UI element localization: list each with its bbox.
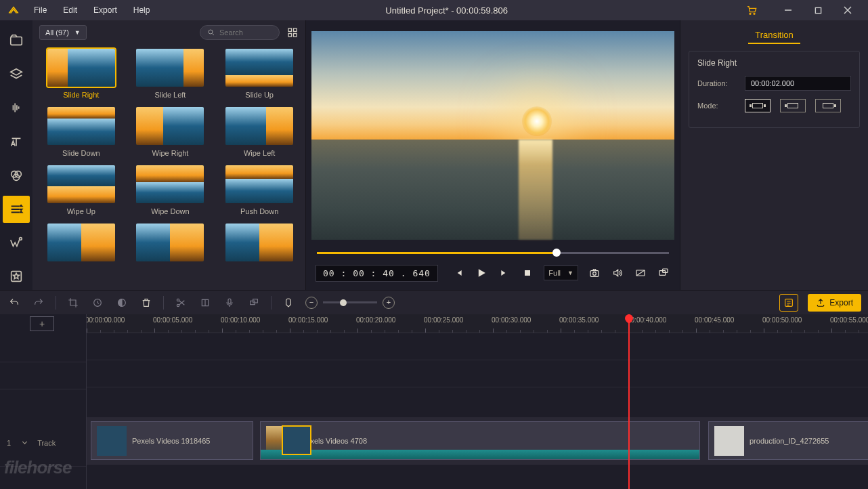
freeze-button[interactable] <box>198 295 213 310</box>
preview-quality-dropdown[interactable]: Full ▼ <box>544 265 578 280</box>
transition-thumb <box>47 107 115 145</box>
voiceover-button[interactable] <box>222 295 237 310</box>
svg-rect-6 <box>11 37 22 45</box>
timeline-track-empty-1[interactable] <box>87 333 868 360</box>
ruler-label: 00:00:20.000 <box>356 316 395 324</box>
transition-item[interactable] <box>127 224 214 261</box>
transition-label: Wipe Down <box>151 207 189 215</box>
transition-item[interactable]: Slide Up <box>216 49 303 99</box>
transition-item[interactable]: Wipe Left <box>216 107 303 157</box>
timeline-clip[interactable]: production_ID_4272655 <box>708 421 868 460</box>
store-icon[interactable] <box>737 0 766 20</box>
clip-label: Pexels Videos 1918465 <box>132 437 210 445</box>
marker-button[interactable] <box>281 295 296 310</box>
export-icon <box>816 298 825 307</box>
prev-frame-button[interactable] <box>452 266 465 280</box>
redo-button[interactable] <box>31 295 46 310</box>
text-tab-icon[interactable] <box>3 128 30 155</box>
preview-timecode: 00 : 00 : 40 . 640 <box>316 265 438 282</box>
preview-viewer[interactable] <box>311 31 674 240</box>
window-close-button[interactable] <box>833 0 863 20</box>
svg-point-10 <box>20 238 22 240</box>
transition-label: Slide Up <box>245 91 274 99</box>
transition-item[interactable]: Slide Down <box>38 107 125 157</box>
timeline-clip[interactable]: Pexels Videos 1918465 <box>91 421 253 460</box>
transition-label: Wipe Left <box>244 149 275 157</box>
svg-rect-30 <box>228 299 231 303</box>
transitions-panel: All (97) ▼ Slide RightSlide LeftSlide Up… <box>32 20 306 290</box>
zoom-slider[interactable] <box>323 301 377 303</box>
title-bar: File Edit Export Help Untitled Project* … <box>0 0 868 20</box>
speed-button[interactable] <box>90 295 105 310</box>
timeline-track-empty-2[interactable] <box>87 360 868 387</box>
transition-item[interactable] <box>216 224 303 261</box>
transition-item[interactable]: Push Down <box>216 165 303 215</box>
mode-overlap-button[interactable] <box>745 99 771 112</box>
timeline-video-track[interactable]: Pexels Videos 1918465Pexels Videos 4708p… <box>87 417 868 465</box>
transitions-grid: Slide RightSlide LeftSlide UpSlide DownW… <box>32 45 305 290</box>
zoom-out-button[interactable]: − <box>305 297 318 309</box>
export-button[interactable]: Export <box>808 294 861 312</box>
transition-item[interactable]: Wipe Down <box>127 165 214 215</box>
aspect-button[interactable] <box>634 266 647 280</box>
menu-file[interactable]: File <box>27 3 53 18</box>
transition-label: Slide Left <box>155 91 186 99</box>
favorites-tab-icon[interactable] <box>3 263 30 290</box>
group-button[interactable] <box>246 295 261 310</box>
transition-thumb <box>136 224 204 261</box>
search-input[interactable] <box>219 28 267 37</box>
menu-export[interactable]: Export <box>87 3 124 18</box>
media-tab-icon[interactable] <box>3 27 30 54</box>
svg-point-0 <box>750 13 751 14</box>
play-button[interactable] <box>475 266 488 280</box>
menu-help[interactable]: Help <box>127 3 157 18</box>
volume-button[interactable] <box>611 266 624 280</box>
transitions-tab-icon[interactable] <box>3 196 30 223</box>
transition-item[interactable]: Wipe Right <box>127 107 214 157</box>
auto-tools-button[interactable] <box>779 294 798 312</box>
menu-edit[interactable]: Edit <box>56 3 84 18</box>
grid-view-icon[interactable] <box>286 26 299 39</box>
window-maximize-button[interactable] <box>803 0 833 20</box>
properties-tab-transition[interactable]: Transition <box>748 27 800 44</box>
playback-bar: 00 : 00 : 40 . 640 Full ▼ <box>311 260 674 286</box>
mode-suffix-button[interactable] <box>815 99 841 112</box>
timeline-clip[interactable]: Pexels Videos 4708 <box>260 421 700 460</box>
transition-item[interactable]: Slide Right <box>38 49 125 99</box>
timeline-ruler[interactable]: 00:00:00.00000:00:05.00000:00:10.00000:0… <box>87 314 868 333</box>
snapshot-button[interactable] <box>588 266 601 280</box>
chevron-down-icon: ▼ <box>567 270 573 276</box>
svg-point-1 <box>754 13 755 14</box>
video-track-header[interactable]: 1 Track <box>0 419 86 467</box>
transition-thumb <box>47 165 115 203</box>
ruler-label: 00:00:45.000 <box>695 316 734 324</box>
layers-tab-icon[interactable] <box>3 61 30 88</box>
next-frame-button[interactable] <box>498 266 511 280</box>
delete-button[interactable] <box>139 295 154 310</box>
transition-item[interactable]: Wipe Up <box>38 165 125 215</box>
ruler-label: 00:00:50.000 <box>762 316 802 324</box>
timeline-playhead[interactable] <box>628 314 630 489</box>
transitions-search[interactable] <box>200 25 280 40</box>
add-track-button[interactable]: + <box>30 316 54 331</box>
transition-item[interactable]: Slide Left <box>127 49 214 99</box>
crop-button[interactable] <box>66 295 81 310</box>
window-minimize-button[interactable] <box>773 0 803 20</box>
undo-button[interactable] <box>7 295 22 310</box>
preview-progress-slider[interactable] <box>311 245 674 260</box>
split-button[interactable] <box>173 295 188 310</box>
mode-prefix-button[interactable] <box>780 99 806 112</box>
stop-button[interactable] <box>521 266 534 280</box>
transition-item[interactable] <box>38 224 125 261</box>
audio-tab-icon[interactable] <box>3 95 30 122</box>
transition-thumb <box>47 224 115 261</box>
ruler-label: 00:00:55.000 <box>830 316 868 324</box>
timeline-transition-marker[interactable] <box>282 425 311 455</box>
color-button[interactable] <box>114 295 129 310</box>
elements-tab-icon[interactable] <box>3 230 30 257</box>
transitions-filter-dropdown[interactable]: All (97) ▼ <box>39 25 87 40</box>
zoom-in-button[interactable]: + <box>383 297 395 309</box>
detach-preview-button[interactable] <box>657 266 670 280</box>
duration-input[interactable]: 00:00:02.000 <box>745 76 851 91</box>
filters-tab-icon[interactable] <box>3 162 30 189</box>
